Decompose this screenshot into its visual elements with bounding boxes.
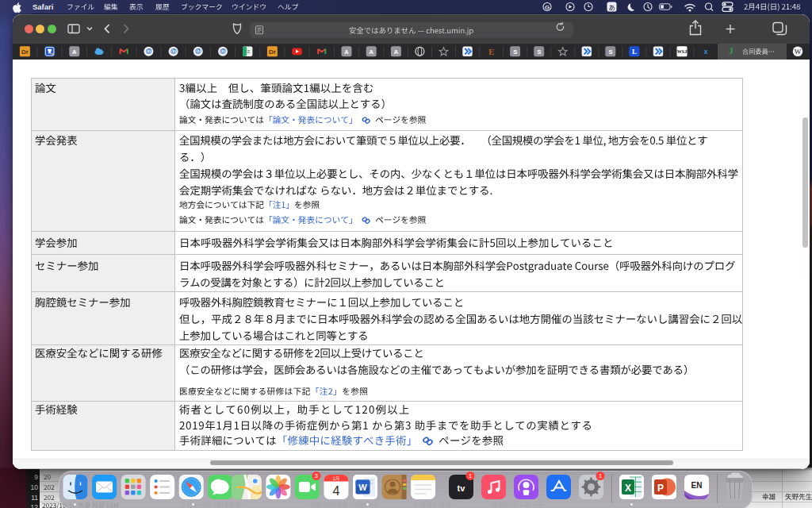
svg-text:1: 1 — [469, 472, 472, 479]
svg-text:3: 3 — [315, 472, 318, 479]
svg-text:4: 4 — [332, 484, 339, 498]
svg-text:W: W — [358, 483, 367, 492]
svg-text:tv: tv — [458, 483, 466, 493]
svg-text:EN: EN — [691, 481, 703, 490]
svg-text:1: 1 — [599, 472, 602, 479]
svg-text:X: X — [625, 483, 631, 494]
svg-text:P: P — [657, 483, 664, 494]
